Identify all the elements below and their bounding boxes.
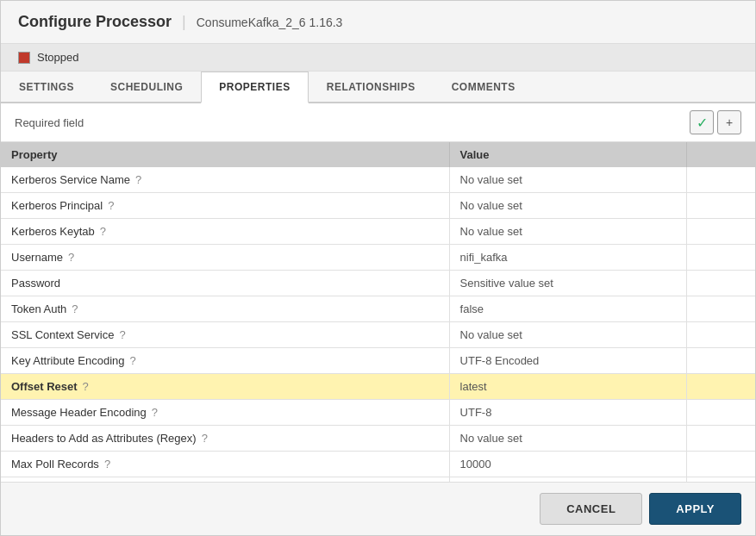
tab-comments[interactable]: COMMENTS xyxy=(434,72,534,102)
col-header-property: Property xyxy=(1,142,449,167)
property-name: Token Auth xyxy=(11,302,66,315)
property-name: Message Header Encoding xyxy=(11,406,147,419)
col-header-value: Value xyxy=(449,142,686,167)
property-value[interactable]: No value set xyxy=(449,219,686,245)
property-name: Kerberos Keytab xyxy=(11,225,95,238)
help-icon[interactable]: ? xyxy=(135,173,141,186)
row-action xyxy=(686,296,755,322)
table-row[interactable]: Offset Reset?latest xyxy=(1,374,755,400)
tab-scheduling[interactable]: SCHEDULING xyxy=(92,72,201,102)
property-value[interactable]: false xyxy=(449,296,686,322)
property-value[interactable]: UTF-8 xyxy=(449,400,686,426)
tab-content: Required field ✓ + Property Value Kerb xyxy=(1,103,755,482)
dialog-title: Configure Processor xyxy=(18,13,172,31)
required-field-label: Required field xyxy=(15,116,84,129)
dialog-footer: CANCEL APPLY xyxy=(1,482,755,535)
property-name: Kerberos Service Name xyxy=(11,173,130,186)
table-row[interactable]: Kerberos Service Name?No value set xyxy=(1,167,755,193)
processor-name: ConsumeKafka_2_6 1.16.3 xyxy=(197,16,343,29)
dialog-divider: | xyxy=(182,13,186,31)
check-icon: ✓ xyxy=(697,115,708,131)
properties-table: Property Value Kerberos Service Name?No … xyxy=(1,142,755,482)
property-name: Password xyxy=(11,277,60,290)
table-row[interactable]: Key Attribute Encoding?UTF-8 Encoded xyxy=(1,348,755,374)
dialog-header: Configure Processor | ConsumeKafka_2_6 1… xyxy=(1,1,755,44)
tab-bar: SETTINGS SCHEDULING PROPERTIES RELATIONS… xyxy=(1,72,755,103)
property-value[interactable]: No value set xyxy=(449,193,686,219)
row-action xyxy=(686,452,755,477)
table-row[interactable]: Username?nifi_kafka xyxy=(1,245,755,271)
property-value[interactable]: No value set xyxy=(449,426,686,452)
table-row[interactable]: Message Header Encoding?UTF-8 xyxy=(1,400,755,426)
property-name: Username xyxy=(11,251,63,264)
table-row[interactable]: Kerberos Keytab?No value set xyxy=(1,219,755,245)
status-label: Stopped xyxy=(37,51,78,64)
status-indicator xyxy=(18,52,30,64)
row-action xyxy=(686,348,755,374)
tab-properties[interactable]: PROPERTIES xyxy=(201,72,308,103)
property-value[interactable]: No value set xyxy=(449,322,686,348)
row-action xyxy=(686,193,755,219)
property-name: Max Poll Records xyxy=(11,458,99,471)
add-property-button[interactable]: + xyxy=(717,110,741,134)
help-icon[interactable]: ? xyxy=(100,225,106,238)
help-icon[interactable]: ? xyxy=(72,302,78,315)
help-icon[interactable]: ? xyxy=(202,432,208,445)
apply-button[interactable]: APPLY xyxy=(649,493,741,525)
help-icon[interactable]: ? xyxy=(130,354,136,367)
verify-button[interactable]: ✓ xyxy=(690,110,714,134)
property-value[interactable]: No value set xyxy=(449,167,686,193)
table-row[interactable]: PasswordSensitive value set xyxy=(1,271,755,296)
row-action xyxy=(686,426,755,452)
row-action xyxy=(686,167,755,193)
row-action xyxy=(686,400,755,426)
property-name: Offset Reset xyxy=(11,380,78,393)
property-value[interactable]: UTF-8 Encoded xyxy=(449,348,686,374)
row-action xyxy=(686,374,755,400)
action-icons: ✓ + xyxy=(690,110,741,134)
tab-settings[interactable]: SETTINGS xyxy=(1,72,92,102)
table-row[interactable]: Token Auth?false xyxy=(1,296,755,322)
table-row[interactable]: SSL Context Service?No value set xyxy=(1,322,755,348)
help-icon[interactable]: ? xyxy=(83,380,89,393)
property-value[interactable]: latest xyxy=(449,374,686,400)
required-field-bar: Required field ✓ + xyxy=(1,103,755,142)
plus-icon: + xyxy=(726,115,733,129)
tab-relationships[interactable]: RELATIONSHIPS xyxy=(309,72,434,102)
help-icon[interactable]: ? xyxy=(104,458,110,471)
help-icon[interactable]: ? xyxy=(119,328,125,341)
table-row[interactable]: Kerberos Principal?No value set xyxy=(1,193,755,219)
help-icon[interactable]: ? xyxy=(152,406,158,419)
property-name: SSL Context Service xyxy=(11,328,114,341)
row-action xyxy=(686,245,755,271)
help-icon[interactable]: ? xyxy=(68,251,74,264)
property-value[interactable]: 10000 xyxy=(449,452,686,477)
property-name: Headers to Add as Attributes (Regex) xyxy=(11,432,197,445)
property-value[interactable]: Sensitive value set xyxy=(449,271,686,296)
cancel-button[interactable]: CANCEL xyxy=(540,493,642,525)
table-row[interactable]: Max Poll Records?10000 xyxy=(1,452,755,477)
configure-processor-dialog: Configure Processor | ConsumeKafka_2_6 1… xyxy=(0,0,756,536)
row-action xyxy=(686,271,755,296)
property-name: Key Attribute Encoding xyxy=(11,354,125,367)
row-action xyxy=(686,322,755,348)
property-value[interactable]: nifi_kafka xyxy=(449,245,686,271)
row-action xyxy=(686,219,755,245)
property-name: Kerberos Principal xyxy=(11,199,103,212)
col-header-action xyxy=(686,142,755,167)
help-icon[interactable]: ? xyxy=(108,199,114,212)
status-bar: Stopped xyxy=(1,44,755,72)
table-row[interactable]: Headers to Add as Attributes (Regex)?No … xyxy=(1,426,755,452)
